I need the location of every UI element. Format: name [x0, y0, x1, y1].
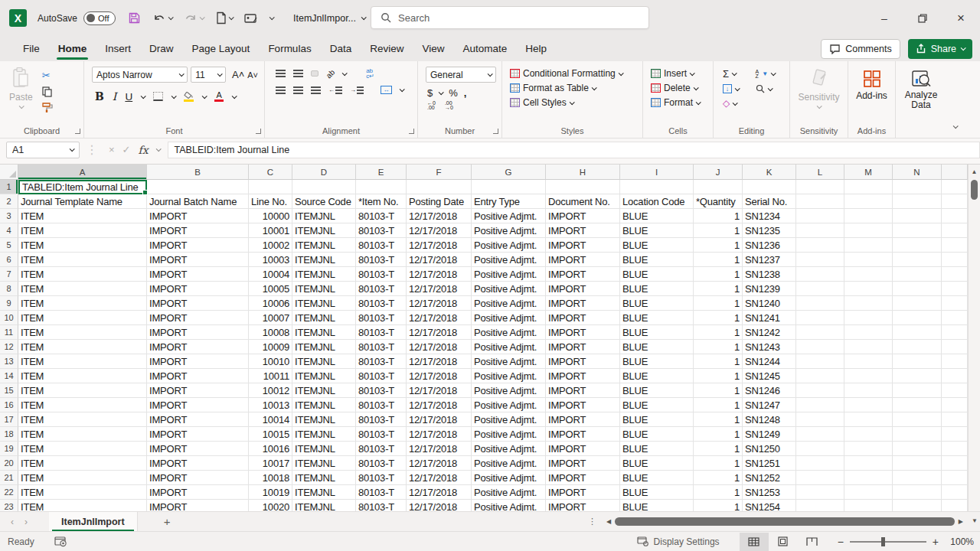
cell-E2[interactable]: *Item No. [356, 194, 407, 209]
cell-H8[interactable]: IMPORT [546, 282, 620, 296]
cell-H3[interactable]: IMPORT [546, 209, 620, 223]
cell-M11[interactable] [844, 325, 893, 340]
cell-G23[interactable]: Positive Adjmt. [472, 500, 546, 511]
cell-J8[interactable]: 1 [694, 282, 743, 296]
cell-N16[interactable] [893, 398, 942, 412]
row-header-9[interactable]: 9 [0, 296, 18, 311]
row-header-11[interactable]: 11 [0, 325, 18, 340]
format-cells-button[interactable]: Format [651, 97, 713, 108]
cell-F3[interactable]: 12/17/2018 [407, 209, 472, 223]
cell-I9[interactable]: BLUE [620, 296, 694, 311]
scroll-left-icon[interactable]: ◀ [606, 518, 611, 525]
cell-G13[interactable]: Positive Adjmt. [472, 354, 546, 369]
orientation-button[interactable]: ab [325, 67, 337, 80]
cell-x10[interactable] [942, 311, 968, 325]
percent-style-button[interactable]: % [449, 87, 458, 99]
cell-M15[interactable] [844, 383, 893, 398]
cell-D14[interactable]: ITEMJNL [292, 369, 356, 383]
cell-F1[interactable] [407, 180, 472, 194]
qat-overflow-button[interactable] [270, 16, 273, 20]
cell-A12[interactable]: ITEM [18, 340, 147, 354]
cell-G8[interactable]: Positive Adjmt. [472, 282, 546, 296]
cell-E1[interactable] [356, 180, 407, 194]
cell-B7[interactable]: IMPORT [147, 267, 249, 282]
cell-C12[interactable]: 10009 [249, 340, 292, 354]
cell-L1[interactable] [796, 180, 844, 194]
cell-K19[interactable]: SN1250 [743, 442, 796, 456]
cell-F4[interactable]: 12/17/2018 [407, 223, 472, 238]
cell-x23[interactable] [942, 500, 968, 511]
ribbon-tab-draw[interactable]: Draw [140, 36, 183, 61]
cell-D9[interactable]: ITEMJNL [292, 296, 356, 311]
cell-K20[interactable]: SN1251 [743, 456, 796, 471]
cell-A7[interactable]: ITEM [18, 267, 147, 282]
number-dialog-launcher[interactable] [493, 129, 498, 134]
cell-C10[interactable]: 10007 [249, 311, 292, 325]
cell-D7[interactable]: ITEMJNL [292, 267, 356, 282]
vertical-scrollbar-thumb[interactable] [971, 180, 978, 200]
cell-H18[interactable]: IMPORT [546, 427, 620, 442]
cell-I4[interactable]: BLUE [620, 223, 694, 238]
share-button[interactable]: Share [908, 39, 972, 59]
cell-D6[interactable]: ITEMJNL [292, 253, 356, 267]
cell-x1[interactable] [942, 180, 968, 194]
cell-M23[interactable] [844, 500, 893, 511]
cell-B12[interactable]: IMPORT [147, 340, 249, 354]
cell-F21[interactable]: 12/17/2018 [407, 471, 472, 485]
cell-C23[interactable]: 10020 [249, 500, 292, 511]
workbook-title-dropdown-icon[interactable] [361, 15, 367, 20]
delete-cells-button[interactable]: Delete [651, 83, 713, 93]
alignment-dialog-launcher[interactable] [409, 129, 414, 134]
row-header-12[interactable]: 12 [0, 340, 18, 354]
minimize-button[interactable]: – [865, 0, 903, 36]
cell-A1[interactable]: TABLEID:Item Journal Line [18, 180, 147, 194]
cell-x16[interactable] [942, 398, 968, 412]
cell-I5[interactable]: BLUE [620, 238, 694, 253]
copy-button[interactable] [42, 86, 53, 97]
increase-indent-button[interactable]: → [350, 86, 364, 94]
find-select-button[interactable] [756, 84, 786, 93]
cell-M21[interactable] [844, 471, 893, 485]
cell-J18[interactable]: 1 [694, 427, 743, 442]
cell-N19[interactable] [893, 442, 942, 456]
align-left-button[interactable] [276, 86, 286, 94]
fill-color-button[interactable] [184, 92, 194, 102]
cell-A19[interactable]: ITEM [18, 442, 147, 456]
cell-I22[interactable]: BLUE [620, 485, 694, 500]
row-header-17[interactable]: 17 [0, 412, 18, 427]
cell-M3[interactable] [844, 209, 893, 223]
center-button[interactable] [293, 86, 303, 94]
zoom-slider-thumb[interactable] [881, 537, 885, 546]
cell-K21[interactable]: SN1252 [743, 471, 796, 485]
cell-L11[interactable] [796, 325, 844, 340]
cell-M8[interactable] [844, 282, 893, 296]
cell-B1[interactable] [147, 180, 249, 194]
cell-F20[interactable]: 12/17/2018 [407, 456, 472, 471]
cell-I18[interactable]: BLUE [620, 427, 694, 442]
cell-A9[interactable]: ITEM [18, 296, 147, 311]
cell-J19[interactable]: 1 [694, 442, 743, 456]
cell-K17[interactable]: SN1248 [743, 412, 796, 427]
cell-H19[interactable]: IMPORT [546, 442, 620, 456]
cell-N22[interactable] [893, 485, 942, 500]
cell-D20[interactable]: ITEMJNL [292, 456, 356, 471]
cell-E3[interactable]: 80103-T [356, 209, 407, 223]
row-header-1[interactable]: 1 [0, 180, 18, 194]
undo-button[interactable] [152, 12, 172, 24]
cell-B19[interactable]: IMPORT [147, 442, 249, 456]
cell-K11[interactable]: SN1242 [743, 325, 796, 340]
cell-A14[interactable]: ITEM [18, 369, 147, 383]
cell-K16[interactable]: SN1247 [743, 398, 796, 412]
cell-N18[interactable] [893, 427, 942, 442]
underline-dropdown-icon[interactable] [141, 93, 146, 99]
accounting-dropdown-icon[interactable] [439, 90, 444, 95]
cell-styles-button[interactable]: Cell Styles [510, 97, 642, 108]
cell-J12[interactable]: 1 [694, 340, 743, 354]
cell-A8[interactable]: ITEM [18, 282, 147, 296]
increase-decimal-button[interactable]: ←0.00 [427, 101, 436, 110]
cell-J21[interactable]: 1 [694, 471, 743, 485]
cell-K1[interactable] [743, 180, 796, 194]
autosum-button[interactable]: Σ [723, 68, 753, 80]
cell-B18[interactable]: IMPORT [147, 427, 249, 442]
ribbon-tab-home[interactable]: Home [49, 36, 96, 61]
